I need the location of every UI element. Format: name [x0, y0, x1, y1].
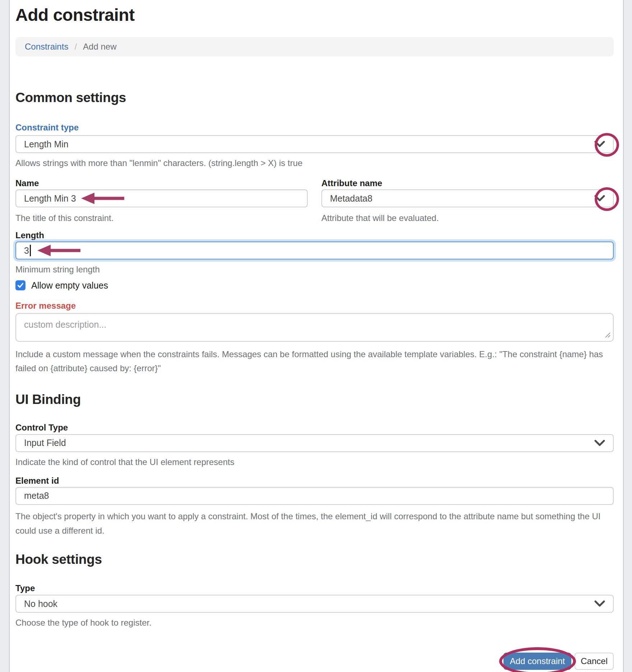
- name-label: Name: [15, 179, 308, 188]
- page-title: Add constraint: [15, 0, 614, 25]
- chevron-down-icon: [594, 195, 605, 202]
- name-attribute-row: Name Length Min 3 The title of this cons…: [15, 179, 614, 224]
- element-id-help: The object's property in which you want …: [15, 509, 614, 538]
- breadcrumb: Constraints / Add new: [15, 37, 614, 56]
- form-content: Add constraint Constraints / Add new Com…: [10, 0, 623, 670]
- control-type-value: Input Field: [24, 438, 66, 448]
- add-constraint-button[interactable]: Add constraint: [503, 653, 571, 670]
- error-message-wrap: [15, 313, 614, 342]
- hook-type-help: Choose the type of hook to register.: [15, 617, 614, 628]
- chevron-down-icon: [594, 600, 605, 607]
- breadcrumb-link-constraints[interactable]: Constraints: [25, 42, 68, 52]
- cancel-button[interactable]: Cancel: [575, 653, 614, 670]
- length-label: Length: [15, 231, 614, 240]
- attribute-name-help: Attribute that will be evaluated.: [321, 212, 614, 224]
- length-value: 3: [24, 245, 29, 256]
- attribute-name-value: Metadata8: [330, 193, 372, 204]
- constraint-type-label: Constraint type: [15, 123, 614, 132]
- hook-type-value: No hook: [24, 599, 57, 609]
- constraint-type-value: Length Min: [24, 139, 69, 149]
- annotation-ellipse-add-constraint: [499, 647, 576, 672]
- hook-type-label: Type: [15, 584, 614, 593]
- common-settings-heading: Common settings: [15, 90, 614, 105]
- control-type-select[interactable]: Input Field: [15, 434, 614, 452]
- error-message-help: Include a custom message when the constr…: [15, 347, 614, 376]
- element-id-input[interactable]: meta8: [15, 487, 614, 505]
- attribute-column: Attribute name Metadata8 Attribute that …: [321, 179, 614, 224]
- allow-empty-checkbox[interactable]: [15, 280, 25, 290]
- name-column: Name Length Min 3 The title of this cons…: [15, 179, 308, 224]
- constraint-type-help: Allows strings with more than "lenmin" c…: [15, 157, 614, 169]
- breadcrumb-current: Add new: [83, 42, 116, 52]
- form-actions: Add constraint Cancel: [15, 653, 614, 670]
- chevron-down-icon: [594, 141, 605, 148]
- error-message-label: Error message: [15, 302, 614, 310]
- breadcrumb-separator: /: [74, 42, 77, 52]
- page-container: Add constraint Constraints / Add new Com…: [9, 0, 624, 672]
- length-input[interactable]: 3: [15, 241, 614, 259]
- name-help: The title of this constraint.: [15, 212, 308, 224]
- control-type-label: Control Type: [15, 423, 614, 432]
- error-message-textarea[interactable]: [15, 313, 614, 342]
- text-cursor: [30, 245, 31, 256]
- ui-binding-heading: UI Binding: [15, 392, 614, 407]
- attribute-name-label: Attribute name: [321, 179, 614, 188]
- name-input[interactable]: Length Min 3: [15, 189, 308, 207]
- length-help: Minimum string length: [15, 264, 614, 275]
- chevron-down-icon: [594, 439, 605, 446]
- hook-type-select[interactable]: No hook: [15, 595, 614, 613]
- hook-settings-heading: Hook settings: [15, 552, 614, 567]
- control-type-help: Indicate the kind of control that the UI…: [15, 456, 614, 468]
- allow-empty-label: Allow empty values: [31, 280, 108, 291]
- annotation-arrow-name: [81, 192, 124, 204]
- allow-empty-row: Allow empty values: [15, 280, 614, 291]
- element-id-label: Element id: [15, 477, 614, 485]
- constraint-type-select[interactable]: Length Min: [15, 135, 614, 153]
- name-value: Length Min 3: [24, 193, 76, 204]
- attribute-name-select[interactable]: Metadata8: [321, 189, 614, 207]
- check-icon: [17, 281, 24, 289]
- element-id-value: meta8: [24, 491, 49, 501]
- annotation-arrow-length: [37, 244, 80, 257]
